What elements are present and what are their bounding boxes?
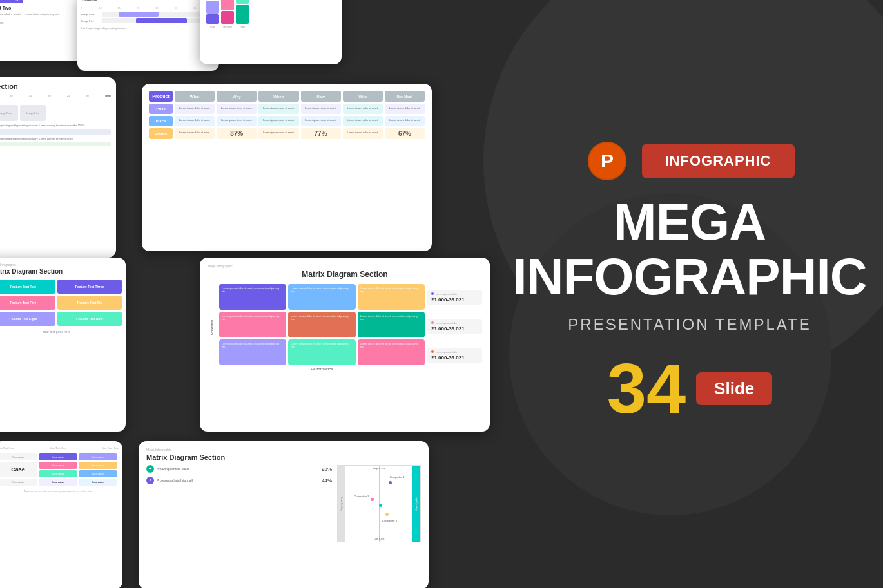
header-how: How — [301, 91, 341, 102]
gantt-desc: It is the printing and typesetting indus… — [81, 26, 215, 30]
header-howmuch: How Much — [385, 91, 425, 102]
harmonize-btn: Harmonizing — [0, 0, 23, 3]
bc-brand: Mega Infographic — [146, 448, 421, 451]
stat-row-2: Lorem ipsum dolor 21.000-36.021 — [427, 319, 482, 334]
bc-stat-text-2: Professional stuff right all — [157, 479, 319, 482]
bl-cell-1b: Your value — [79, 453, 117, 460]
section-desc1: It is the printing and typesetting indus… — [0, 124, 111, 128]
row-place: Place — [149, 116, 173, 126]
stat-value-2: 21.000-36.021 — [431, 326, 478, 332]
gantt-label-1: Image Four — [81, 13, 101, 16]
bl-cell-2a: Your value — [39, 462, 77, 469]
mbox-4: Lorem ipsum dolor st amet, consectetur a… — [219, 312, 286, 337]
bc-stat-text-1: Amazing content value — [157, 467, 319, 471]
image-four: Image Four — [0, 105, 18, 121]
mbox-6: Lorem ipsum dolor st amet, consectetur a… — [358, 312, 425, 337]
promo-pct1: 87% — [217, 128, 257, 139]
matrix-title-left: Matrix Diagram Section — [0, 268, 122, 276]
bc-icon-2: ✦ — [146, 477, 154, 484]
top-badge-row: P INFOGRAPHIC — [585, 138, 795, 184]
q-dot-competitor3 — [385, 513, 389, 516]
header-why: Why — [217, 91, 257, 102]
bl-header: Your Text HereYour Text HereYour Text He… — [0, 446, 119, 450]
bl-row-label-4: Your value — [0, 479, 37, 486]
q-dot-competitor1 — [389, 481, 392, 484]
slide-card-section: Section 51015202530 Time Task Image Four… — [0, 77, 116, 258]
header-who: Who — [343, 91, 383, 102]
bar-label-low: Low — [210, 25, 215, 28]
q-dot-us — [379, 504, 382, 507]
marketing-table: Product What Why When How Who How Much P… — [147, 89, 427, 141]
row-promo: Promo — [149, 128, 173, 139]
time-axis-label: Time — [105, 94, 111, 97]
q-label-high-cost: High Cost — [373, 467, 385, 470]
stat-value-1: 21.000-36.021 — [431, 297, 478, 303]
matrix-footer: Your text goes here — [0, 330, 122, 334]
stat-row-3: Lorem ipsum dolor 21.000-36.021 — [427, 348, 482, 363]
mbox-1: Lorem ipsum dolor st amet, consectetur a… — [219, 284, 286, 310]
bl-footer: A wonderful serenity has taken possessio… — [0, 489, 119, 493]
bc-quadrant: High Cost Low Cost Competitor 1 Competit… — [337, 465, 421, 542]
performance-label: Performance — [219, 367, 425, 371]
bar-label-medium: Medium — [223, 25, 232, 28]
slide-card-scatter: Mega Infographic Matrix Diagram Section … — [139, 441, 429, 588]
q-dot-competitor2 — [371, 498, 374, 501]
bc-pct-1: 28% — [322, 466, 332, 472]
bl-cell-3b: Your value — [79, 470, 117, 477]
promo-who: Lorem ipsum dolor st amet. — [343, 128, 383, 139]
stat-label-2: Lorem ipsum dolor — [431, 321, 478, 325]
slide-card-marketing-grid: Product What Why When How Who How Much P… — [142, 84, 432, 251]
header-when: When — [258, 91, 298, 102]
matrix-brand-center: Mega Infographic — [208, 264, 482, 268]
presentation-template-label: PRESENTATION TEMPLATE — [568, 316, 811, 334]
slide-card-timeline: Timeline Time 510152025303540 Image Four… — [77, 0, 219, 71]
promo-pct3: 67% — [385, 128, 425, 139]
header-what: What — [175, 91, 215, 102]
matrix-cell-4: Feature Text Six — [57, 296, 122, 310]
timeline-title: Timeline — [81, 0, 97, 1]
bc-stat-1: ✦ Amazing content value 28% — [146, 465, 332, 473]
matrix-title-center: Matrix Diagram Section — [208, 270, 482, 279]
section-bar2 — [0, 142, 111, 146]
stat-value-3: 21.000-36.021 — [431, 355, 478, 361]
right-panel: P INFOGRAPHIC MEGA INFOGRAPHIC PRESENTAT… — [496, 0, 883, 588]
mbox-2: Lorem ipsum dolor st amet, consectetur a… — [288, 284, 355, 310]
stat-label-3: Lorem ipsum dolor — [431, 350, 478, 354]
mbox-8: Lorem ipsum dolor st amet, consectetur a… — [288, 339, 355, 365]
place-why: Lorem ipsum dolor st amet. — [217, 116, 257, 126]
place-who: Lorem ipsum dolor st amet. — [343, 116, 383, 126]
slides-area: Harmonizing Project Two Lorem ipsum dolo… — [0, 0, 490, 588]
bc-stats: ✦ Amazing content value 28% ✦ Profession… — [146, 465, 332, 542]
bl-cell-1a: Your value — [39, 453, 77, 460]
svg-text:P: P — [601, 150, 614, 171]
case-cell: Case — [0, 462, 37, 477]
main-title-infographic: INFOGRAPHIC — [513, 251, 867, 303]
potential-label: Potential — [208, 284, 217, 371]
bc-icon-1: ✦ — [146, 465, 154, 473]
quadrant-chart: High Cost Low Cost Competitor 1 Competit… — [337, 465, 421, 542]
slide-card-case: Your Text HereYour Text HereYour Text He… — [0, 441, 122, 588]
price-what: Lorem ipsum dolor st amet. — [175, 104, 215, 114]
slide-number: 34 — [607, 353, 686, 424]
section-desc2: It is the printing and typesetting indus… — [0, 137, 111, 141]
bc-pct-2: 44% — [322, 478, 332, 484]
row-price: Price — [149, 104, 173, 114]
slide-count-row: 34 Slide — [607, 353, 773, 424]
stat-label-1: Lorem ipsum dolor — [431, 292, 478, 296]
section-bar — [0, 129, 111, 135]
place-how: Lorem ipsum dolor st amet. — [301, 116, 341, 126]
matrix-cell-3: Feature Text Five — [0, 296, 55, 310]
matrix-cell-5: Feature Text Eight — [0, 312, 55, 326]
slide-card-matrix-center: Mega Infographic Matrix Diagram Section … — [200, 258, 490, 432]
slide-card-barchart: Insert Value Here Low Medium — [200, 0, 342, 64]
right-panel-content: P INFOGRAPHIC MEGA INFOGRAPHIC PRESENTAT… — [513, 138, 867, 424]
promo-pct2: 77% — [301, 128, 341, 139]
bar-label-high: High — [240, 25, 245, 28]
bl-cell-4a: Your value — [39, 479, 77, 486]
main-title-mega: MEGA — [614, 196, 766, 248]
price-who: Lorem ipsum dolor st amet. — [343, 104, 383, 114]
slide-badge: Slide — [696, 372, 772, 405]
case-table: Your value Your value Your value Case Yo… — [0, 452, 119, 487]
slide-card-matrix-left: Mega Infographic Matrix Diagram Section … — [0, 258, 126, 432]
mbox-7: Lorem ipsum dolor st amet, consectetur a… — [219, 339, 286, 365]
